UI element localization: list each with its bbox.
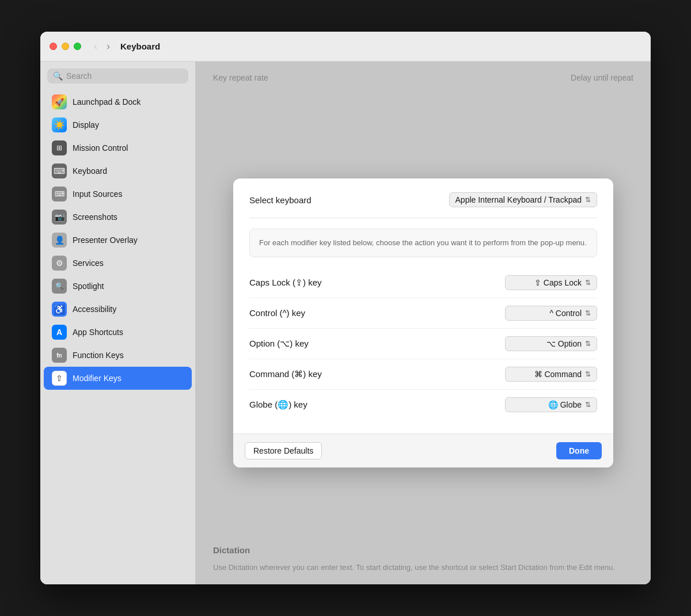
search-bar[interactable]: 🔍 — [47, 69, 188, 83]
option-value: ⌥ Option — [546, 339, 582, 348]
option-label: Option (⌥) key — [249, 339, 309, 349]
select-arrows-icon: ⇅ — [585, 279, 591, 287]
select-arrows-icon: ⇅ — [585, 370, 591, 378]
search-icon: 🔍 — [53, 71, 63, 81]
main-window: ‹ › Keyboard 🔍 🚀 Launchpad & Dock ☀️ Dis… — [40, 32, 651, 584]
function-keys-icon: fn — [52, 348, 67, 363]
sidebar-item-label: Services — [73, 258, 104, 268]
forward-button[interactable]: › — [103, 39, 113, 54]
caps-lock-label: Caps Lock (⇪) key — [249, 277, 322, 288]
select-arrows-icon: ⇅ — [585, 309, 591, 317]
presenter-icon: 👤 — [52, 233, 67, 248]
accessibility-icon: ♿ — [52, 302, 67, 317]
mission-control-icon: ⊞ — [52, 140, 67, 155]
globe-value: 🌐 Globe — [548, 400, 582, 409]
services-icon: ⚙ — [52, 256, 67, 271]
modifier-row-command: Command (⌘) key ⌘ Command ⇅ — [249, 359, 597, 390]
modifier-row-globe: Globe (🌐) key 🌐 Globe ⇅ — [249, 390, 597, 420]
sidebar-item-label: Mission Control — [73, 143, 128, 153]
control-label: Control (^) key — [249, 308, 305, 318]
modifier-info-text: For each modifier key listed below, choo… — [249, 229, 597, 257]
launchpad-icon: 🚀 — [52, 94, 67, 109]
command-label: Command (⌘) key — [249, 369, 322, 379]
modifier-keys-icon: ⇧ — [52, 371, 67, 386]
sidebar-item-label: Screenshots — [73, 212, 117, 222]
spotlight-icon: 🔍 — [52, 279, 67, 294]
sidebar-item-label: Keyboard — [73, 166, 107, 176]
keyboard-icon: ⌨ — [52, 163, 67, 178]
sidebar-item-mission[interactable]: ⊞ Mission Control — [44, 136, 192, 159]
sidebar-item-label: Accessibility — [73, 305, 116, 314]
select-arrows-icon: ⇅ — [585, 196, 591, 204]
select-keyboard-label: Select keyboard — [249, 195, 312, 205]
minimize-button[interactable] — [62, 43, 69, 50]
traffic-lights — [50, 43, 81, 50]
sidebar-item-label: Presenter Overlay — [73, 235, 138, 245]
control-value: ^ Control — [549, 309, 582, 318]
sidebar-item-label: Modifier Keys — [73, 374, 122, 383]
command-value: ⌘ Command — [534, 370, 582, 379]
sidebar-item-app-shortcuts[interactable]: A App Shortcuts — [44, 321, 192, 344]
input-sources-icon: ⌨ — [52, 187, 67, 201]
right-panel: Key repeat rate Delay until repeat Dicta… — [196, 62, 651, 584]
sidebar: 🔍 🚀 Launchpad & Dock ☀️ Display ⊞ Missio… — [40, 62, 196, 584]
main-area: 🔍 🚀 Launchpad & Dock ☀️ Display ⊞ Missio… — [40, 62, 651, 584]
sidebar-item-launchpad[interactable]: 🚀 Launchpad & Dock — [44, 90, 192, 113]
sidebar-item-label: App Shortcuts — [73, 328, 123, 337]
globe-select[interactable]: 🌐 Globe ⇅ — [505, 397, 597, 412]
sidebar-item-screenshots[interactable]: 📷 Screenshots — [44, 206, 192, 229]
modifier-row-option: Option (⌥) key ⌥ Option ⇅ — [249, 329, 597, 359]
globe-label: Globe (🌐) key — [249, 400, 307, 410]
caps-lock-value: ⇪ Caps Lock — [534, 278, 582, 287]
modal-footer: Restore Defaults Done — [233, 434, 613, 467]
titlebar: ‹ › Keyboard — [40, 32, 651, 62]
caps-lock-select[interactable]: ⇪ Caps Lock ⇅ — [505, 275, 597, 290]
maximize-button[interactable] — [74, 43, 81, 50]
select-keyboard-row: Select keyboard Apple Internal Keyboard … — [249, 192, 597, 218]
sidebar-item-modifier-keys[interactable]: ⇧ Modifier Keys — [44, 367, 192, 390]
sidebar-item-presenter[interactable]: 👤 Presenter Overlay — [44, 229, 192, 252]
sidebar-item-label: Input Sources — [73, 189, 122, 199]
keyboard-select-dropdown[interactable]: Apple Internal Keyboard / Trackpad ⇅ — [449, 192, 597, 207]
sidebar-item-display[interactable]: ☀️ Display — [44, 113, 192, 136]
sidebar-item-label: Display — [73, 120, 99, 130]
modal-overlay: Select keyboard Apple Internal Keyboard … — [196, 62, 651, 584]
option-select[interactable]: ⌥ Option ⇅ — [505, 336, 597, 351]
sidebar-item-input-sources[interactable]: ⌨ Input Sources — [44, 182, 192, 206]
modifier-row-caps-lock: Caps Lock (⇪) key ⇪ Caps Lock ⇅ — [249, 268, 597, 298]
sidebar-item-label: Launchpad & Dock — [73, 97, 141, 107]
sidebar-item-label: Function Keys — [73, 351, 124, 360]
back-button[interactable]: ‹ — [90, 39, 101, 54]
command-select[interactable]: ⌘ Command ⇅ — [505, 367, 597, 382]
keyboard-select-value: Apple Internal Keyboard / Trackpad — [455, 195, 582, 204]
modifier-keys-modal: Select keyboard Apple Internal Keyboard … — [233, 178, 613, 467]
search-input[interactable] — [66, 71, 183, 81]
sidebar-item-accessibility[interactable]: ♿ Accessibility — [44, 298, 192, 321]
modifier-row-control: Control (^) key ^ Control ⇅ — [249, 298, 597, 329]
sidebar-item-spotlight[interactable]: 🔍 Spotlight — [44, 275, 192, 298]
select-arrows-icon: ⇅ — [585, 401, 591, 409]
select-arrows-icon: ⇅ — [585, 340, 591, 348]
restore-defaults-button[interactable]: Restore Defaults — [245, 442, 322, 459]
sidebar-item-function-keys[interactable]: fn Function Keys — [44, 344, 192, 367]
sidebar-item-services[interactable]: ⚙ Services — [44, 252, 192, 275]
sidebar-item-keyboard[interactable]: ⌨ Keyboard — [44, 159, 192, 182]
done-button[interactable]: Done — [556, 442, 602, 459]
window-title: Keyboard — [120, 41, 160, 51]
modal-body: Select keyboard Apple Internal Keyboard … — [233, 178, 613, 434]
app-shortcuts-icon: A — [52, 325, 67, 340]
nav-controls: ‹ › — [90, 39, 113, 54]
sidebar-item-label: Spotlight — [73, 282, 104, 291]
close-button[interactable] — [50, 43, 57, 50]
display-icon: ☀️ — [52, 117, 67, 132]
screenshots-icon: 📷 — [52, 210, 67, 225]
control-select[interactable]: ^ Control ⇅ — [505, 306, 597, 321]
